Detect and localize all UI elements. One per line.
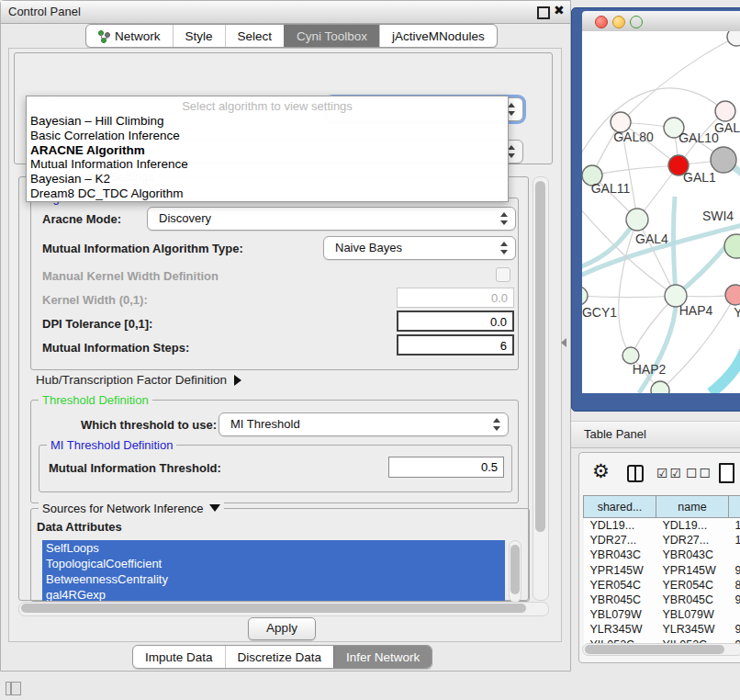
splitpane-collapse-icon[interactable] [561,338,566,347]
table-cell[interactable]: YBR045C [584,593,656,607]
table-cell[interactable]: 12 [729,533,740,548]
table-panel-titlebar[interactable]: Table Panel [571,421,740,448]
settings-horizontal-scrollbar[interactable] [18,602,549,616]
table-horizontal-scrollbar-thumb[interactable] [585,645,724,654]
table-cell[interactable]: YBR043C [656,548,729,562]
close-icon[interactable]: ✖ [554,3,565,17]
tab-impute-data[interactable]: Impute Data [133,646,225,668]
table-row[interactable]: YDR27...YDR27...12 [584,533,740,548]
table-header-name[interactable]: name [656,496,729,518]
attribute-list-item[interactable]: SelfLoops [42,540,505,556]
mi-threshold-field[interactable]: 0.5 [388,457,504,478]
table-cell[interactable]: YDR27... [656,533,729,548]
algorithm-option[interactable]: Bayesian – Hill Climbing [30,114,499,129]
network-node-gal4[interactable] [626,209,648,231]
kernel-width-field[interactable]: 0.0 [397,288,514,308]
tab-infer-network[interactable]: Infer Network [333,646,432,668]
settings-horizontal-scrollbar-thumb[interactable] [21,604,526,613]
dock-panel-icon[interactable] [6,682,21,695]
table-row[interactable]: YLR345WYLR345W9. [584,622,740,637]
network-node-swi4[interactable] [724,234,740,258]
table-row[interactable]: YPR145WYPR145W9. [584,563,740,578]
table-horizontal-scrollbar[interactable] [582,643,740,656]
attribute-list-item[interactable]: BetweennessCentrality [42,571,505,587]
table-cell[interactable] [729,548,740,562]
attributes-scrollbar-thumb[interactable] [510,545,520,594]
network-node[interactable] [711,147,736,173]
algorithm-option[interactable]: ARACNE Algorithm [30,143,499,158]
control-panel-titlebar[interactable]: Control Panel ✖ [1,1,570,24]
table-cell[interactable]: YDL19... [584,518,656,534]
table-cell[interactable]: 9. [729,593,740,607]
minimize-button[interactable] [612,16,625,28]
network-node[interactable] [727,31,740,46]
network-node-y[interactable] [725,285,740,305]
tab-cyni-toolbox[interactable]: Cyni Toolbox [284,25,379,47]
algorithm-option[interactable]: Dream8 DC_TDC Algorithm [30,186,499,201]
table-cell[interactable]: YLR345W [656,622,729,637]
gear-icon[interactable]: ⚙ [592,460,610,482]
aracne-mode-combobox[interactable]: Discovery [147,207,516,231]
zoom-button[interactable] [630,16,643,28]
network-node-gcy1[interactable] [582,287,588,305]
table-header-clipped[interactable] [729,496,740,518]
table-header-shared...[interactable]: shared... [584,496,656,518]
apply-button[interactable]: Apply [248,617,316,640]
float-window-icon[interactable] [537,6,550,19]
table-cell[interactable]: YBR043C [584,548,656,562]
table-row[interactable]: YBR043CYBR043C [584,548,740,562]
tab-network[interactable]: Network [86,25,173,47]
cyni-algorithm-settings-group: Cyni Algorithm Settings Algorithm Defini… [18,176,529,601]
table-cell[interactable]: YDL19... [656,518,729,534]
table-cell[interactable]: YER054C [656,578,729,593]
table-cell[interactable]: YDR27... [584,533,656,548]
algorithm-option[interactable]: Basic Correlation Inference [30,129,499,143]
unchecked-boxes-icon[interactable]: ☐☐ [686,466,712,480]
manual-kernel-width-checkbox[interactable] [496,267,510,282]
hub-definition-expander[interactable]: Hub/Transcription Factor Definition [36,373,241,387]
tab-discretize-data[interactable]: Discretize Data [225,646,334,668]
columns-icon[interactable] [627,465,644,482]
dpi-tolerance-field[interactable]: 0.0 [397,310,514,332]
close-button[interactable] [595,16,608,28]
algorithm-option[interactable]: Mutual Information Inference [30,157,499,172]
tab-select[interactable]: Select [225,25,285,47]
table-cell[interactable] [729,607,740,622]
network-window-titlebar[interactable] [582,11,740,32]
attribute-list-item[interactable]: gal4RGexp [42,587,505,601]
which-threshold-value: MI Threshold [230,417,300,431]
table-cell[interactable]: YER054C [584,578,656,593]
mi-steps-field[interactable]: 6 [397,334,514,356]
table-cell[interactable]: YPR145W [656,563,729,578]
mi-algorithm-type-combobox[interactable]: Naive Bayes [323,236,516,260]
table-cell[interactable]: 8. [729,578,740,593]
table-row[interactable]: YBR045CYBR045C9. [584,593,740,607]
network-canvas[interactable]: GALGAL80GAL10GAL1GAL11SWI4GAL4GCY1HAP4YH… [582,31,740,393]
network-node-gal[interactable] [715,101,735,121]
network-node-label: GAL1 [683,170,716,185]
table-cell[interactable]: 9. [729,563,740,578]
tab-style[interactable]: Style [173,25,225,47]
settings-vertical-scrollbar[interactable] [533,176,549,601]
table-row[interactable]: YDL19...YDL19...13 [584,518,740,534]
checked-boxes-icon[interactable]: ☑☑ [656,466,683,480]
table-cell[interactable]: 9. [729,622,740,637]
table-cell[interactable]: YBR045C [656,593,729,607]
which-threshold-combobox[interactable]: MI Threshold [219,412,509,436]
table-cell[interactable]: YPR145W [584,563,656,578]
network-node[interactable] [651,381,669,393]
table-cell[interactable]: YBL079W [584,607,656,622]
table-row[interactable]: YBL079WYBL079W [584,607,740,622]
node-table[interactable]: shared...name YDL19...YDL19...13YDR27...… [583,495,740,652]
attribute-list-item[interactable]: TopologicalCoefficient [42,556,505,571]
table-cell[interactable]: YLR345W [584,622,656,637]
file-icon[interactable] [719,463,734,483]
table-cell[interactable]: 13 [729,518,740,534]
algorithm-option[interactable]: Bayesian – K2 [30,172,499,186]
tab-jactivemnodules[interactable]: jActiveMNodules [379,25,497,47]
data-attributes-list[interactable]: SelfLoopsTopologicalCoefficientBetweenne… [42,540,505,601]
table-cell[interactable]: YBL079W [656,607,729,622]
table-row[interactable]: YER054CYER054C8. [584,578,740,593]
settings-vertical-scrollbar-thumb[interactable] [535,181,545,532]
attributes-scrollbar[interactable] [509,540,521,603]
